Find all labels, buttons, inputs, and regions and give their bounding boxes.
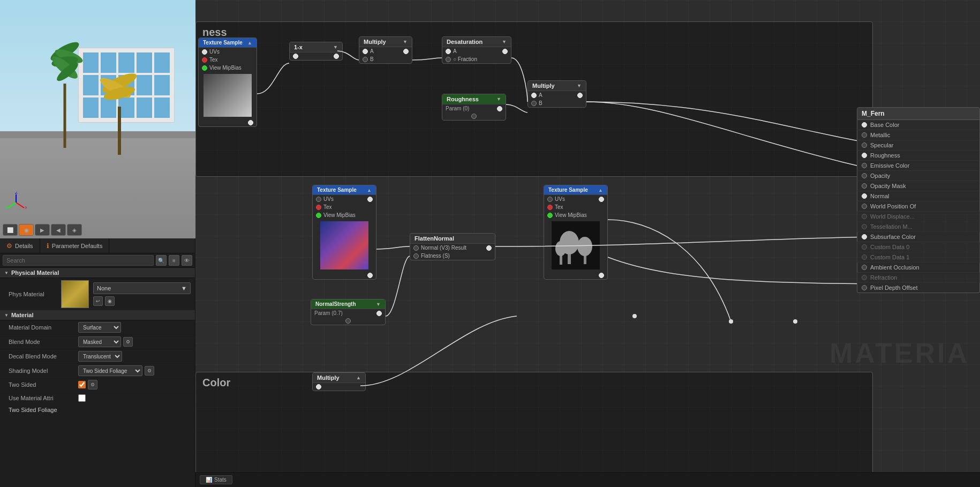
m-fern-pin-subsurface: Subsurface Color: [857, 232, 980, 242]
node-multiply-bottom-header[interactable]: Multiply ▲: [313, 373, 365, 383]
node-multiply-top-header[interactable]: Multiply ▼: [359, 37, 412, 47]
pin-da-dot: [446, 49, 451, 54]
blend-extra-btn[interactable]: ⚙: [123, 337, 133, 347]
shading-extra-btn[interactable]: ⚙: [145, 366, 154, 376]
node-roughness-header[interactable]: Roughness ▼: [442, 94, 506, 104]
pin-mbottom-dot: [316, 384, 321, 389]
shading-value-wrap: Two Sided Foliage ⚙: [78, 365, 191, 376]
phys-material-find-btn[interactable]: ◉: [105, 296, 115, 306]
two-sided-checkbox[interactable]: [78, 381, 86, 388]
pin-mipbias-left-dot: [316, 213, 321, 218]
list-view-button[interactable]: ≡: [169, 255, 179, 266]
vp-btn-5[interactable]: ◈: [67, 224, 82, 236]
tab-parameter-defaults[interactable]: ℹ Parameter Defaults: [40, 238, 110, 253]
stats-icon: 📊: [206, 477, 212, 483]
node-ts-top-arrow: ▲: [247, 40, 252, 46]
node-flatten-normal: FlattenNormal Normal (V3) Result Flatnes…: [410, 233, 495, 260]
pin-ts-left-extra-dot: [367, 273, 373, 278]
tab-details[interactable]: ⚙ Details: [0, 238, 40, 253]
m-fern-pin-world-disp: World Displace...: [857, 212, 980, 222]
node-multiply-top: Multiply ▼ A B: [359, 36, 412, 64]
pin-multiply-b: B: [359, 55, 412, 63]
m-fern-header: M_Fern: [857, 107, 980, 120]
node-one-minus: 1-x ▼: [289, 42, 343, 61]
node-ts-left-header[interactable]: Texture Sample ▲: [313, 185, 376, 195]
node-desaturation: Desaturation ▼ A ○ Fraction: [442, 36, 511, 64]
pin-metallic-dot: [862, 132, 867, 138]
domain-select[interactable]: Surface: [78, 322, 121, 333]
shading-select-wrap: Two Sided Foliage: [78, 365, 142, 376]
vp-btn-2[interactable]: ◉: [19, 224, 34, 236]
domain-value-wrap: Surface: [78, 322, 191, 333]
blend-value-wrap: Masked ⚙: [78, 336, 191, 347]
two-sided-extra-btn[interactable]: ⚙: [88, 380, 97, 389]
pin-ts-left-extra: [313, 272, 376, 279]
pin-mipbias-top-label: View MipBias: [209, 65, 242, 71]
m-fern-pin-opacity: Opacity: [857, 171, 980, 181]
pin-tex-right-label: Tex: [555, 204, 563, 210]
pin-output-top: [199, 119, 257, 126]
pin-mr-b: B: [528, 99, 586, 107]
phys-material-back-btn[interactable]: ↩: [93, 296, 103, 306]
pin-pixel-depth-dot: [862, 285, 867, 290]
pin-opacity-mask-dot: [862, 183, 867, 189]
blend-select[interactable]: Masked: [78, 336, 121, 347]
pin-multiply-out: [403, 49, 409, 54]
node-one-minus-header[interactable]: 1-x ▼: [290, 42, 342, 53]
material-section-header[interactable]: ▼ Material: [0, 310, 195, 320]
node-ts-top-preview: [203, 74, 252, 117]
shading-label: Shading Model: [9, 368, 78, 374]
pin-nv3-label: Normal (V3) Result: [421, 245, 466, 251]
ns-bottom-pin: [311, 317, 385, 325]
pin-mb-dot: [363, 57, 368, 62]
pin-uvs-left: UVs: [313, 195, 376, 203]
search-button[interactable]: 🔍: [156, 255, 167, 266]
pin-metallic-label: Metallic: [870, 132, 890, 138]
node-desaturation-header[interactable]: Desaturation ▼: [442, 37, 511, 47]
pin-desat-a: A: [442, 47, 511, 55]
pin-flatness: Flatness (S): [410, 252, 495, 260]
eye-button[interactable]: 👁: [182, 255, 192, 266]
node-normal-strength: NormalStrength ▼ Param (0.7): [311, 299, 386, 325]
phys-material-select[interactable]: None ▼: [93, 282, 191, 294]
physical-material-section-header[interactable]: ▼ Physical Material: [0, 268, 195, 278]
pin-tex-left-dot: [316, 205, 321, 210]
pin-ts-right-extra-dot: [599, 273, 604, 278]
vp-btn-3[interactable]: ▶: [35, 224, 50, 236]
pin-roughness-m-dot: [862, 153, 867, 158]
node-texture-sample-top-header[interactable]: Texture Sample ▲: [199, 38, 257, 48]
vp-btn-4[interactable]: ◀: [51, 224, 66, 236]
blend-select-wrap: Masked: [78, 336, 121, 347]
phys-material-select-arrow: ▼: [181, 285, 187, 291]
decal-select[interactable]: Translucent: [78, 351, 122, 362]
node-texture-sample-right: Texture Sample ▲ UVs Tex View MipBias: [544, 185, 608, 280]
axes-indicator: X Y Z: [5, 192, 27, 214]
pin-roughness-bottom: [471, 114, 477, 119]
pin-mb-label: B: [370, 56, 374, 62]
search-bar: 🔍 ≡ 👁: [0, 253, 195, 268]
pin-uvs-right-label: UVs: [555, 196, 565, 202]
multiply-right-arrow: ▼: [577, 83, 582, 88]
node-roughness-param: Roughness ▼ Param (0): [442, 94, 506, 121]
search-input[interactable]: [3, 255, 154, 266]
node-ts-right-header[interactable]: Texture Sample ▲: [544, 185, 607, 195]
node-multiply-right-header[interactable]: Multiply ▼: [528, 81, 586, 91]
pin-tex-top: Tex: [199, 56, 257, 64]
m-fern-pin-custom1: Custom Data 1: [857, 252, 980, 263]
pin-tex-top-label: Tex: [209, 57, 218, 63]
node-normal-strength-header[interactable]: NormalStrength ▼: [311, 299, 385, 309]
pin-mr-out: [577, 93, 583, 98]
two-sided-label: Two Sided: [9, 381, 78, 388]
shading-select[interactable]: Two Sided Foliage: [78, 365, 142, 376]
node-flatten-header[interactable]: FlattenNormal: [410, 234, 495, 244]
pin-mra-label: A: [539, 92, 542, 98]
details-bar: ⚙ Details ℹ Parameter Defaults: [0, 238, 195, 253]
use-material-checkbox[interactable]: [78, 394, 86, 402]
domain-select-wrap: Surface: [78, 322, 121, 333]
pin-df-dot: [446, 57, 451, 62]
svg-point-10: [577, 237, 592, 256]
stats-button[interactable]: 📊 Stats: [200, 475, 232, 484]
node-normal-strength-label: NormalStrength: [315, 301, 356, 307]
vp-btn-1[interactable]: ⬜: [3, 224, 18, 236]
main-editor: ness Color MATERIA Texture Sample ▲ UVs …: [195, 0, 980, 487]
